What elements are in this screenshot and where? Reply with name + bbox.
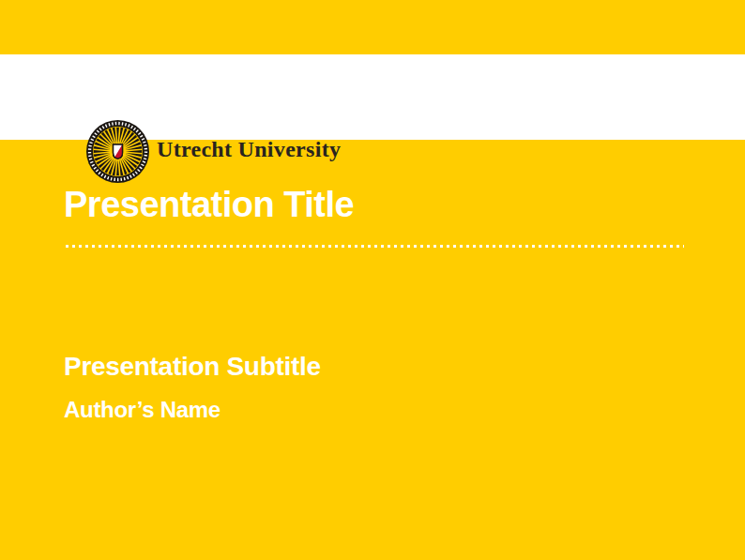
utrecht-university-seal-icon xyxy=(86,120,149,183)
header-band: Utrecht University xyxy=(0,54,745,140)
presentation-title-slide: Utrecht University Presentation Title Pr… xyxy=(0,0,745,560)
presentation-subtitle: Presentation Subtitle xyxy=(64,353,321,382)
dotted-divider xyxy=(64,243,684,250)
university-wordmark: Utrecht University xyxy=(157,138,341,160)
presentation-title: Presentation Title xyxy=(64,186,354,225)
author-name: Author’s Name xyxy=(64,398,220,422)
